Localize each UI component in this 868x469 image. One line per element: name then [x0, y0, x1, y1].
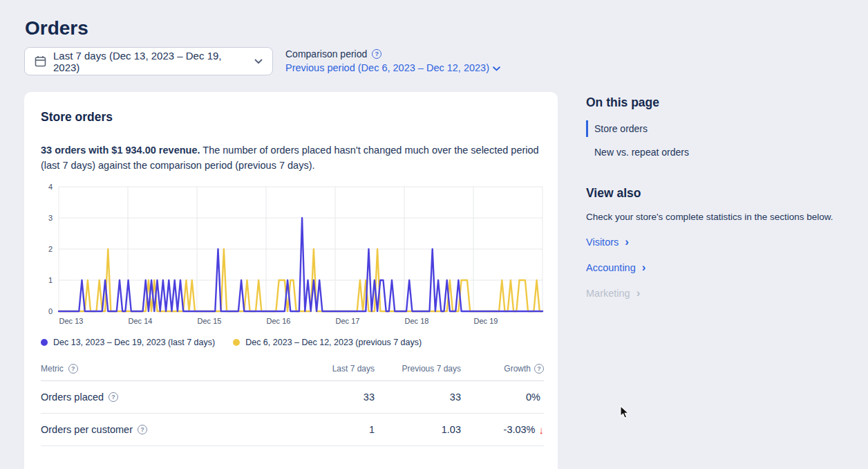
svg-text:4: 4 — [48, 183, 53, 191]
metric-previous-value: 33 — [375, 392, 461, 403]
help-icon[interactable]: ? — [138, 425, 147, 434]
link-marketing[interactable]: Marketing › — [586, 288, 856, 299]
comparison-period-selector[interactable]: Previous period (Dec 6, 2023 – Dec 12, 2… — [285, 62, 500, 73]
card-title: Store orders — [41, 110, 541, 125]
table-row: Orders per customer ? 1 1.03 -3.03% ↓ — [41, 414, 544, 446]
legend-item-current: Dec 13, 2023 – Dec 19, 2023 (last 7 days… — [41, 338, 215, 347]
table-header-row: Metric ? Last 7 days Previous 7 days Gro… — [41, 364, 544, 381]
chart-legend: Dec 13, 2023 – Dec 19, 2023 (last 7 days… — [41, 338, 541, 347]
view-also-description: Check your store's complete statistics i… — [586, 212, 856, 222]
chevron-right-icon: › — [625, 236, 629, 248]
legend-item-previous: Dec 6, 2023 – Dec 12, 2023 (previous 7 d… — [233, 338, 422, 347]
chevron-right-icon: › — [642, 261, 646, 273]
metric-growth-value: -3.03% — [504, 424, 536, 435]
svg-text:Dec 19: Dec 19 — [474, 317, 498, 325]
svg-text:3: 3 — [48, 214, 53, 222]
svg-text:0: 0 — [48, 307, 53, 315]
toc-item-new-vs-repeat[interactable]: New vs. repeat orders — [586, 143, 856, 161]
svg-text:Dec 16: Dec 16 — [267, 317, 291, 325]
help-icon[interactable]: ? — [68, 364, 78, 374]
svg-text:Dec 15: Dec 15 — [198, 317, 222, 325]
comparison-value: Previous period (Dec 6, 2023 – Dec 12, 2… — [285, 62, 489, 73]
metric-growth-value: 0% — [526, 392, 540, 403]
help-icon[interactable]: ? — [372, 49, 381, 59]
comparison-label: Comparison period — [285, 48, 367, 59]
orders-chart: 01234Dec 13Dec 14Dec 15Dec 16Dec 17Dec 1… — [41, 181, 541, 329]
legend-dot-current — [41, 339, 48, 346]
page-sidebar: On this page Store orders New vs. repeat… — [586, 95, 856, 299]
metric-label: Orders placed — [41, 392, 104, 403]
view-also-title: View also — [586, 186, 856, 201]
metric-previous-value: 1.03 — [375, 424, 461, 435]
date-range-selector[interactable]: Last 7 days (Dec 13, 2023 – Dec 19, 2023… — [24, 47, 273, 75]
chevron-right-icon: › — [636, 287, 641, 299]
svg-text:2: 2 — [48, 245, 53, 253]
link-accounting[interactable]: Accounting › — [586, 262, 856, 273]
col-last-7-days: Last 7 days — [299, 364, 375, 374]
svg-text:1: 1 — [48, 276, 53, 284]
orders-line-chart: 01234Dec 13Dec 14Dec 15Dec 16Dec 17Dec 1… — [41, 181, 545, 329]
metric-last-value: 1 — [299, 424, 375, 435]
view-also-section: View also Check your store's complete st… — [586, 186, 856, 299]
orders-summary: 33 orders with $1 934.00 revenue. The nu… — [41, 142, 544, 173]
on-this-page-title: On this page — [586, 95, 856, 110]
link-label: Marketing — [586, 288, 630, 299]
svg-text:Dec 17: Dec 17 — [336, 317, 360, 325]
chevron-down-icon — [493, 66, 500, 71]
mouse-cursor — [620, 405, 630, 422]
col-growth: Growth — [504, 364, 531, 374]
calendar-icon — [35, 55, 46, 67]
table-row: Orders placed ? 33 33 0% — [41, 381, 544, 414]
table-of-contents: Store orders New vs. repeat orders — [586, 120, 856, 161]
page-title: Orders — [25, 17, 88, 39]
legend-label-previous: Dec 6, 2023 – Dec 12, 2023 (previous 7 d… — [245, 338, 422, 347]
col-metric: Metric — [41, 364, 64, 374]
help-icon[interactable]: ? — [534, 364, 544, 374]
metric-label: Orders per customer — [41, 424, 133, 435]
svg-text:Dec 18: Dec 18 — [405, 317, 429, 325]
legend-dot-previous — [233, 339, 240, 346]
toc-item-label: New vs. repeat orders — [594, 147, 689, 158]
link-label: Visitors — [586, 237, 619, 248]
link-label: Accounting — [586, 262, 636, 273]
date-range-value: Last 7 days (Dec 13, 2023 – Dec 19, 2023… — [53, 50, 247, 73]
svg-text:Dec 14: Dec 14 — [129, 317, 153, 325]
trend-down-icon: ↓ — [539, 424, 545, 436]
chevron-down-icon — [254, 59, 263, 64]
metric-last-value: 33 — [299, 392, 375, 403]
legend-label-current: Dec 13, 2023 – Dec 19, 2023 (last 7 days… — [53, 338, 215, 347]
comparison-period: Comparison period ? Previous period (Dec… — [285, 48, 500, 73]
help-icon[interactable]: ? — [108, 392, 118, 402]
link-visitors[interactable]: Visitors › — [586, 237, 856, 248]
summary-highlight: 33 orders with $1 934.00 revenue. — [41, 145, 200, 156]
svg-text:Dec 13: Dec 13 — [59, 317, 84, 325]
col-previous-7-days: Previous 7 days — [375, 364, 461, 374]
store-orders-card: Store orders 33 orders with $1 934.00 re… — [24, 92, 558, 469]
toc-item-store-orders[interactable]: Store orders — [586, 120, 856, 138]
toc-item-label: Store orders — [594, 123, 648, 134]
metrics-table: Metric ? Last 7 days Previous 7 days Gro… — [41, 364, 544, 446]
